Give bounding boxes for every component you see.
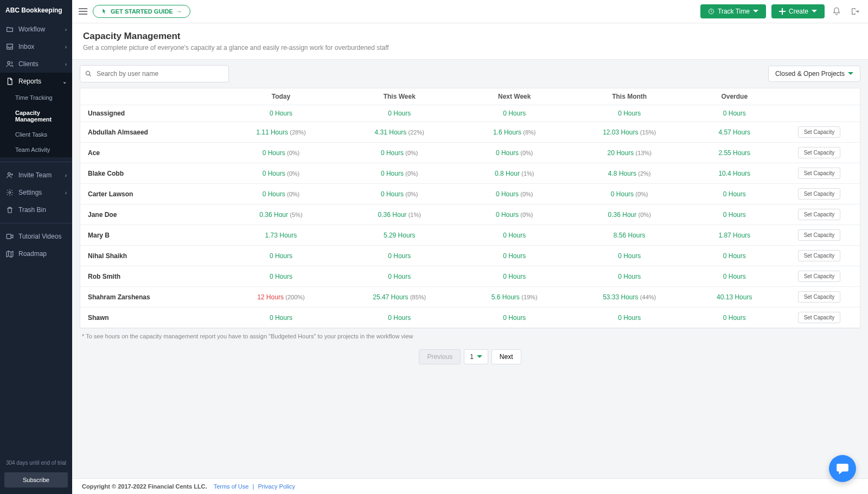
previous-button[interactable]: Previous [419,349,461,364]
sidebar-item-clients[interactable]: Clients› [0,55,72,73]
set-capacity-button[interactable]: Set Capacity [798,168,841,179]
exit-icon[interactable] [848,5,861,18]
hours-cell: 4.57 Hours [691,122,779,143]
hours-value: 1.87 Hours [718,232,750,239]
terms-link[interactable]: Terms of Use [214,483,249,490]
hours-value: 0 Hours [503,314,526,322]
hamburger-icon[interactable] [79,8,87,15]
chat-bubble-icon[interactable] [829,455,856,482]
hours-cell: 10.4 Hours [691,163,779,184]
sidebar-subitem-team-activity[interactable]: Team Activity [0,142,72,157]
set-capacity-button[interactable]: Set Capacity [798,250,841,261]
percent-value: (2%) [638,170,650,177]
table-row: Mary B1.73 Hours5.29 Hours0 Hours8.56 Ho… [80,225,860,246]
row-name: Shahram Zarshenas [80,287,224,307]
hours-value: 0 Hours [503,110,526,117]
hours-cell: 0 Hours (0%) [224,184,339,204]
percent-value: (44%) [640,294,656,300]
table-row: Unassigned0 Hours0 Hours0 Hours0 Hours0 … [80,105,860,122]
get-started-button[interactable]: GET STARTED GUIDE → [93,5,190,18]
sidebar-subitem-client-tasks[interactable]: Client Tasks [0,127,72,142]
sidebar-item-inbox[interactable]: Inbox› [0,38,72,55]
hours-value: 0 Hours [263,190,285,198]
sidebar-item-invite-team[interactable]: Invite Team› [0,166,72,184]
map-icon [5,249,14,258]
hours-value: 5.6 Hours [492,293,520,301]
chevron-down-icon [848,72,853,75]
sidebar-subitem-time-tracking[interactable]: Time Tracking [0,90,72,105]
hours-cell: 0 Hours [691,184,779,204]
sidebar-item-trash-bin[interactable]: Trash Bin [0,201,72,219]
hours-value: 0 Hours [723,110,746,117]
hours-value: 40.13 Hours [717,293,752,301]
page-number: 1 [470,353,474,361]
sidebar-item-workflow[interactable]: Workflow› [0,21,72,38]
hours-value: 0 Hours [618,110,641,117]
filter-dropdown[interactable]: Closed & Open Projects [768,66,860,82]
svg-point-0 [8,61,10,64]
set-capacity-button[interactable]: Set Capacity [798,147,841,158]
hours-cell: 0 Hours [224,266,339,287]
next-button[interactable]: Next [492,349,521,364]
row-name: Abdullah Almsaeed [80,122,224,143]
hours-value: 0 Hours [618,314,641,322]
svg-point-1 [8,172,11,175]
hours-cell: 0 Hours [691,307,779,328]
hours-cell: 0.8 Hour (1%) [461,163,569,184]
hours-value: 53.33 Hours [603,293,638,301]
search-icon [85,70,92,77]
track-time-button[interactable]: Track Time [700,4,766,18]
hours-value: 0 Hours [496,149,519,157]
set-capacity-button[interactable]: Set Capacity [798,209,841,220]
app-root: ABC Bookkeeping Workflow› Inbox› Clients… [0,0,868,494]
set-capacity-button[interactable]: Set Capacity [798,312,841,323]
sidebar-item-reports[interactable]: Reports⌄ [0,73,72,90]
sidebar-item-roadmap[interactable]: Roadmap [0,245,72,262]
set-capacity-button[interactable]: Set Capacity [798,188,841,200]
percent-value: (0%) [520,191,533,197]
create-button[interactable]: Create [771,4,825,18]
trash-icon [5,206,14,214]
set-capacity-button[interactable]: Set Capacity [798,291,841,303]
action-cell: Set Capacity [778,122,860,143]
hours-cell: 0 Hours [691,266,779,287]
set-capacity-button[interactable]: Set Capacity [798,229,841,241]
row-name: Blake Cobb [80,163,224,184]
privacy-link[interactable]: Privacy Policy [258,483,295,490]
chevron-right-icon: › [65,27,67,33]
percent-value: (0%) [639,211,651,218]
sidebar-subitem-capacity-management[interactable]: Capacity Management [0,105,72,127]
table-row: Blake Cobb0 Hours (0%)0 Hours (0%)0.8 Ho… [80,163,860,184]
page-footer: Copyright © 2017-2022 Financial Cents LL… [72,478,868,494]
chevron-down-icon: ⌄ [62,79,67,85]
hours-cell: 0 Hours [569,105,691,122]
percent-value: (1%) [409,211,421,218]
hours-value: 0 Hours [381,190,404,198]
search-wrap [80,65,229,82]
hours-value: 0 Hours [503,232,526,239]
chevron-right-icon: › [65,190,67,196]
hours-value: 0 Hours [723,273,746,280]
search-input[interactable] [80,65,229,82]
hours-cell: 5.6 Hours (19%) [461,287,569,307]
sidebar-item-label: Inbox [18,43,34,50]
chevron-right-icon: › [65,172,67,178]
page-select[interactable]: 1 [464,349,488,364]
sidebar-item-tutorial-videos[interactable]: Tutorial Videos [0,228,72,245]
chevron-right-icon: › [65,61,67,67]
set-capacity-button[interactable]: Set Capacity [798,271,841,282]
subscribe-button[interactable]: Subscribe [4,472,68,487]
hours-value: 0.36 Hour [259,211,288,219]
main-content: GET STARTED GUIDE → Track Time [72,0,868,494]
hours-value: 5.29 Hours [384,232,416,239]
sidebar-item-settings[interactable]: Settings› [0,184,72,201]
table-row: Carter Lawson0 Hours (0%)0 Hours (0%)0 H… [80,184,860,204]
sidebar-item-label: Clients [18,60,39,68]
video-icon [5,232,14,241]
bell-icon[interactable] [830,5,843,18]
hours-value: 0 Hours [618,252,641,260]
sidebar-item-label: Trash Bin [18,206,46,214]
hours-value: 0 Hours [496,190,519,198]
hours-value: 0 Hours [723,211,746,219]
set-capacity-button[interactable]: Set Capacity [798,126,841,138]
